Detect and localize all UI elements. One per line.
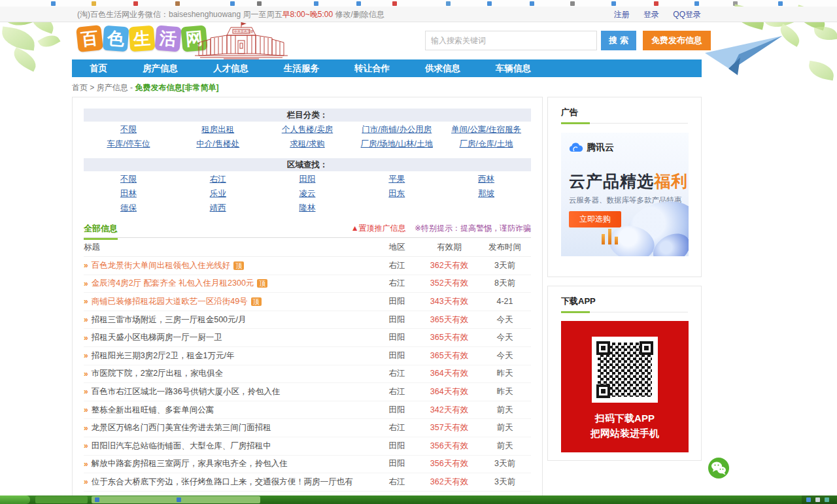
favicon[interactable] (570, 1, 575, 6)
listing-row: »田阳旧汽车总站临街铺面、大型仓库、厂房招租中 田阳 356天有效 前天 (84, 437, 531, 456)
listing-time: 前天 (479, 441, 531, 452)
favicon[interactable] (611, 1, 616, 6)
category-link[interactable]: 单间/公寓/住宿服务 (451, 125, 521, 134)
category-link[interactable]: 中介/售楼处 (196, 139, 239, 148)
breadcrumb-separator: > (90, 83, 94, 92)
search-button[interactable]: 搜 索 (601, 31, 636, 50)
nav-item-talent[interactable]: 人才信息 (196, 59, 266, 77)
search-input[interactable] (425, 31, 597, 50)
nav-item-home[interactable]: 首页 (72, 59, 125, 77)
category-link[interactable]: 求租/求购 (290, 139, 324, 148)
breadcrumb-section[interactable]: 房产信息 (97, 83, 128, 92)
region-link[interactable]: 西林 (478, 175, 494, 184)
wechat-float-button[interactable] (708, 458, 729, 479)
listing-title-link[interactable]: 招租天盛小区电梯两房一厅一厨一卫 (92, 332, 222, 343)
region-link[interactable]: 田林 (120, 189, 137, 198)
listing-time: 前天 (479, 422, 531, 433)
table-header: 标题 地区 有效期 发布时间 (84, 238, 531, 257)
listing-title-link[interactable]: 市医院下院，2室2厅出租，家电俱全 (92, 368, 223, 379)
site-logo[interactable]: 百 色 生 活 网 (77, 26, 208, 51)
category-link[interactable]: 车库/停车位 (107, 139, 150, 148)
nav-item-property[interactable]: 房产信息 (125, 59, 196, 77)
listing-region: 右江 (374, 477, 420, 488)
listing-title-link[interactable]: 商铺已装修招租花园大道欧艺一区沿街49号 (92, 296, 248, 307)
listing-title-link[interactable]: 招租阳光三期3房2厅2卫，租金1万元/年 (92, 350, 235, 361)
category-link[interactable]: 厂房/仓库/土地 (460, 139, 513, 148)
region-link[interactable]: 凌云 (299, 189, 315, 198)
free-post-button[interactable]: 免费发布信息 (643, 31, 711, 50)
register-link[interactable]: 注册 (614, 10, 630, 19)
favicon[interactable] (694, 1, 699, 6)
region-link[interactable]: 靖西 (210, 203, 226, 212)
top-badge: 顶 (251, 297, 262, 306)
region-link[interactable]: 右江 (210, 175, 226, 184)
favicon[interactable] (230, 1, 235, 6)
nav-item-life-service[interactable]: 生活服务 (266, 59, 337, 77)
favicon[interactable] (314, 1, 318, 6)
region-link[interactable]: 乐业 (210, 189, 226, 198)
listing-row: »市医院下院，2室2厅出租，家电俱全 右江 364天有效 昨天 (84, 365, 531, 384)
favicon[interactable] (92, 1, 96, 6)
login-link[interactable]: 登录 (643, 10, 659, 19)
all-info-tab[interactable]: 全部信息 (84, 223, 118, 235)
listing-title-link[interactable]: 田阳旧汽车总站临街铺面、大型仓库、厂房招租中 (92, 441, 271, 452)
favicon[interactable] (654, 1, 658, 6)
region-link[interactable]: 田阳 (299, 175, 315, 184)
favicon[interactable] (778, 1, 783, 6)
category-link[interactable]: 门市/商铺/办公用房 (362, 125, 432, 134)
region-link[interactable]: 不限 (120, 175, 137, 184)
listing-region: 田阳 (374, 314, 420, 326)
taskbar-button[interactable] (35, 496, 88, 503)
breadcrumb-home[interactable]: 首页 (72, 83, 88, 92)
listing-title-link[interactable]: 解放中路套房招租三室两厅，家具家电齐全，拎包入住 (92, 458, 288, 469)
listing-title-link[interactable]: 整栋全新出租旺铺、多套单间公寓 (92, 405, 214, 416)
listing-title-link[interactable]: 金辰湾4房2厅 配套齐全 礼包入住月租2300元 (92, 278, 254, 289)
favicon[interactable] (487, 1, 492, 6)
favicon[interactable] (530, 1, 534, 6)
listing-row: »百色市右江区城北一路36号供销大厦小区，拎包入住 右江 364天有效 昨天 (84, 383, 531, 401)
qq-login-link[interactable]: QQ登录 (673, 10, 701, 19)
favicon[interactable] (175, 1, 180, 6)
nav-item-transfer[interactable]: 转让合作 (337, 59, 407, 77)
region-link[interactable]: 田东 (388, 189, 405, 198)
favicon[interactable] (51, 1, 56, 6)
category-link[interactable]: 个人售楼/卖房 (282, 125, 333, 134)
taskbar-icon (177, 497, 181, 502)
favicon[interactable] (257, 1, 262, 6)
listing-title-link[interactable]: 位于东合大桥底下旁边，张仔烤鱼路口上来，交通很方便！两房一厅也有 (92, 477, 353, 488)
category-link[interactable]: 租房出租 (201, 125, 234, 134)
listing-validity: 365天有效 (420, 350, 479, 361)
listing-title-link[interactable]: 百色龙景街大单间出租领包入住光线好 (92, 260, 231, 271)
nav-item-vehicle[interactable]: 车辆信息 (478, 59, 549, 77)
favicon[interactable] (392, 1, 397, 6)
listing-row: »招租阳光三期3房2厅2卫，租金1万元/年 田阳 365天有效 今天 (84, 347, 531, 365)
svg-text:中共百色市委: 中共百色市委 (234, 29, 254, 34)
ad-cta-button[interactable]: 立即选购 (569, 211, 621, 227)
tencent-cloud-ad[interactable]: 腾讯云 云产品精选福利 云服务器、数据库等多款产品特惠 立即选购 (561, 133, 689, 256)
taskbar-button[interactable] (92, 496, 260, 503)
listing-title-link[interactable]: 招租三雷市场附近，三房一厅租金500元/月 (92, 314, 247, 326)
region-link[interactable]: 那坡 (478, 189, 494, 198)
favicon[interactable] (356, 1, 361, 6)
listing-row: »百色龙景街大单间出租领包入住光线好顶 右江 362天有效 3天前 (84, 257, 531, 275)
listing-row: »招租天盛小区电梯两房一厅一厨一卫 田阳 365天有效 今天 (84, 329, 531, 347)
breadcrumb: 首页 > 房产信息 - 免费发布信息[非常简单] (72, 82, 218, 93)
system-tray[interactable] (802, 496, 837, 504)
promoted-info-link[interactable]: ▲置顶推广信息 (351, 224, 406, 233)
listing-validity: 364天有效 (420, 368, 479, 379)
category-link[interactable]: 厂房/场地/山林/土地 (361, 139, 433, 148)
logo-tile: 色 (103, 25, 129, 52)
region-link[interactable]: 德保 (120, 203, 137, 212)
listing-title-link[interactable]: 百色市右江区城北一路36号供销大厦小区，拎包入住 (92, 386, 281, 397)
favicon[interactable] (446, 1, 451, 6)
nav-item-supply-demand[interactable]: 供求信息 (407, 59, 478, 77)
listing-arrow-icon: » (84, 405, 88, 414)
favicon[interactable] (133, 1, 138, 6)
notice-hours: 早8:00~晚5:00 (282, 10, 333, 19)
start-button[interactable] (0, 496, 30, 504)
listing-region: 田阳 (374, 458, 420, 469)
category-link[interactable]: 不限 (120, 125, 137, 134)
listing-title-link[interactable]: 龙景区万锦名门西门美宜佳旁进去第三间门面招租 (92, 422, 271, 433)
region-link[interactable]: 平果 (388, 175, 405, 184)
region-link[interactable]: 隆林 (299, 203, 315, 212)
